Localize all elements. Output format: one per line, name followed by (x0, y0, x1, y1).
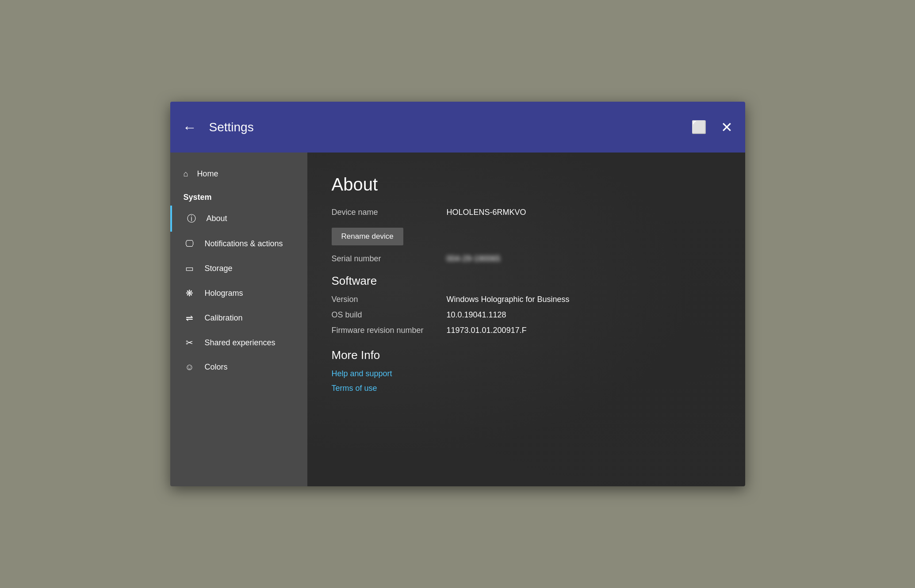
titlebar-right: ⬜ ✕ (691, 119, 733, 136)
colors-icon: ☺ (184, 362, 196, 372)
firmware-label: Firmware revision number (332, 326, 447, 335)
sidebar-label-shared: Shared experiences (205, 338, 276, 347)
os-build-value: 10.0.19041.1128 (447, 310, 506, 320)
back-button[interactable]: ← (183, 120, 197, 134)
more-info-heading: More Info (332, 348, 721, 362)
holograms-icon: ❋ (184, 288, 196, 298)
help-and-support-link[interactable]: Help and support (332, 369, 721, 378)
device-name-label: Device name (332, 208, 447, 217)
sidebar-label-colors: Colors (205, 363, 228, 372)
sidebar-item-holograms[interactable]: ❋ Holograms (170, 281, 307, 305)
home-icon: ⌂ (184, 169, 188, 179)
sidebar-item-home[interactable]: ⌂ Home (170, 161, 307, 187)
device-name-value: HOLOLENS-6RMKVO (447, 208, 526, 217)
sidebar-label-calibration: Calibration (205, 313, 243, 323)
sidebar-label-notifications: Notifications & actions (205, 239, 283, 248)
sidebar-item-notifications[interactable]: 🖵 Notifications & actions (170, 232, 307, 256)
terms-of-use-link[interactable]: Terms of use (332, 384, 721, 393)
software-heading: Software (332, 274, 721, 288)
sidebar-item-calibration[interactable]: ⇌ Calibration (170, 305, 307, 330)
content-area: ⌂ Home System ⓘ About 🖵 Notifications & … (170, 153, 745, 486)
titlebar-left: ← Settings (183, 120, 691, 134)
rename-device-button[interactable]: Rename device (332, 228, 403, 245)
main-content: About Device name HOLOLENS-6RMKVO Rename… (307, 153, 745, 486)
page-title: About (332, 175, 721, 195)
os-build-row: OS build 10.0.19041.1128 (332, 310, 721, 320)
sidebar-home-label: Home (197, 169, 218, 179)
version-row: Version Windows Holographic for Business (332, 295, 721, 304)
settings-window: ← Settings ⬜ ✕ ⌂ Home System ⓘ About 🖵 N… (170, 102, 745, 486)
version-label: Version (332, 295, 447, 304)
firmware-row: Firmware revision number 11973.01.01.200… (332, 326, 721, 335)
sidebar-item-about[interactable]: ⓘ About (170, 206, 307, 232)
system-section-label: System (170, 187, 307, 206)
notifications-icon: 🖵 (184, 239, 196, 249)
close-button[interactable]: ✕ (721, 119, 733, 136)
snap-icon[interactable]: ⬜ (691, 120, 707, 134)
version-value: Windows Holographic for Business (447, 295, 570, 304)
firmware-value: 11973.01.01.200917.F (447, 326, 527, 335)
about-icon: ⓘ (185, 213, 198, 225)
device-name-row: Device name HOLOLENS-6RMKVO (332, 208, 721, 217)
sidebar: ⌂ Home System ⓘ About 🖵 Notifications & … (170, 153, 307, 486)
calibration-icon: ⇌ (184, 313, 196, 323)
sidebar-item-storage[interactable]: ▭ Storage (170, 256, 307, 281)
titlebar: ← Settings ⬜ ✕ (170, 102, 745, 153)
sidebar-item-shared[interactable]: ✂ Shared experiences (170, 330, 307, 355)
os-build-label: OS build (332, 310, 447, 320)
shared-icon: ✂ (184, 337, 196, 348)
sidebar-label-storage: Storage (205, 264, 233, 273)
serial-number-label: Serial number (332, 254, 447, 263)
sidebar-label-holograms: Holograms (205, 289, 243, 298)
sidebar-label-about: About (207, 214, 227, 223)
storage-icon: ▭ (184, 263, 196, 274)
sidebar-item-colors[interactable]: ☺ Colors (170, 355, 307, 379)
titlebar-title: Settings (209, 120, 254, 134)
serial-number-row: Serial number 004-29-190065 (332, 254, 721, 263)
serial-number-value: 004-29-190065 (447, 254, 501, 263)
